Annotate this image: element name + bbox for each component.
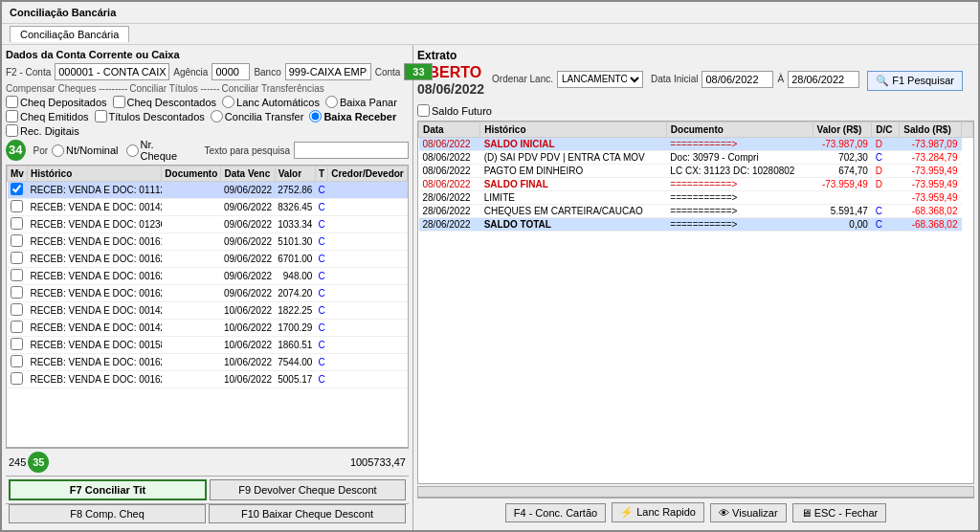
table-row[interactable]: RECEB: VENDA E DOC: 011128/5 09/06/2022 … xyxy=(8,182,408,199)
cell-mv[interactable] xyxy=(8,285,28,302)
table-row[interactable]: RECEB: VENDA E DOC: 001619/2 09/06/2022 … xyxy=(8,233,408,251)
ext-cell-dc: D xyxy=(872,178,900,191)
btn-visualizar[interactable]: 👁 Visualizar xyxy=(710,503,787,522)
table-row[interactable]: RECEB: VENDA E DOC: 001426/5 10/06/2022 … xyxy=(8,320,408,337)
input-banco[interactable] xyxy=(285,63,371,80)
ext-cell-valor: 702,30 xyxy=(813,151,872,165)
table-row[interactable]: RECEB: VENDA E DOC: 001624/1 09/06/2022 … xyxy=(8,285,408,302)
ext-cell-saldo: -73.987,09 xyxy=(900,138,962,151)
table-row[interactable]: RECEB: VENDA E DOC: 001620/1 09/06/2022 … xyxy=(8,251,408,268)
btn-lanc-rapido[interactable]: ⚡ Lanc Rapido xyxy=(612,502,704,522)
cell-data-venc: 09/06/2022 xyxy=(221,268,275,285)
checkbox-cheq-desc[interactable]: Cheq Descontados xyxy=(113,96,217,108)
cell-mv[interactable] xyxy=(8,182,28,199)
checkbox-cheq-dep[interactable]: Cheq Depositados xyxy=(6,96,107,108)
cell-mv[interactable] xyxy=(8,233,28,251)
list-item[interactable]: 28/06/2022 SALDO TOTAL ===========> 0,00… xyxy=(419,218,973,232)
cell-historico: RECEB: VENDA E DOC: 001423/4 xyxy=(27,302,161,320)
radio-nr-cheque[interactable]: Nr. Cheque xyxy=(126,139,189,162)
table-row[interactable]: RECEB: VENDA E DOC: 001420/4 09/06/2022 … xyxy=(8,199,408,216)
checkbox-titulos-desc[interactable]: Títulos Descontados xyxy=(95,110,205,122)
table-row[interactable]: RECEB: VENDA E DOC: 001621/2 09/06/2022 … xyxy=(8,268,408,285)
cell-data-venc: 10/06/2022 xyxy=(221,354,275,371)
cell-mv[interactable] xyxy=(8,337,28,354)
cell-historico: RECEB: VENDA E DOC: 001624/1 xyxy=(27,285,161,302)
btn-esc-fechar[interactable]: 🖥 ESC - Fechar xyxy=(792,503,887,522)
cell-historico: RECEB: VENDA E DOC: 001620/1 xyxy=(27,251,161,268)
ext-cell-saldo: -68.368,02 xyxy=(900,218,962,232)
cell-tipo: C xyxy=(315,371,327,388)
list-item[interactable]: 08/06/2022 SALDO FINAL ===========> -73.… xyxy=(419,178,973,191)
cell-mv[interactable] xyxy=(8,199,28,216)
cell-tipo: C xyxy=(315,285,327,302)
extrato-title: Extrato xyxy=(417,49,974,62)
cell-mv[interactable] xyxy=(8,251,28,268)
cell-mv[interactable] xyxy=(8,216,28,233)
list-item[interactable]: 28/06/2022 CHEQUES EM CARTEIRA/CAUCAO ==… xyxy=(419,205,973,218)
main-window: Conciliação Bancária Conciliação Bancári… xyxy=(0,0,980,532)
horizontal-scrollbar[interactable] xyxy=(417,486,974,498)
input-data-final[interactable] xyxy=(788,71,859,88)
cell-mv[interactable] xyxy=(8,320,28,337)
checkbox-row-3: Cheq Emitidos Títulos Descontados Concil… xyxy=(6,110,409,122)
list-item[interactable]: 08/06/2022 SALDO INICIAL ===========> -7… xyxy=(419,138,973,151)
cell-historico: RECEB: VENDA E DOC: 001619/2 xyxy=(27,233,161,251)
table-row[interactable]: RECEB: VENDA E DOC: 001423/4 10/06/2022 … xyxy=(8,302,408,320)
cell-credor xyxy=(328,337,408,354)
cell-documento xyxy=(162,320,221,337)
cell-valor: 5101.30 xyxy=(275,233,315,251)
input-conta2[interactable] xyxy=(404,63,433,80)
btn-f9[interactable]: F9 Devolver Cheque Descont xyxy=(210,479,406,500)
table-row[interactable]: RECEB: VENDA E DOC: 001626/2 10/06/2022 … xyxy=(8,354,408,371)
cell-credor xyxy=(328,354,408,371)
list-item[interactable]: 28/06/2022 LIMITE ===========> -73.959,4… xyxy=(419,191,973,205)
cell-data-venc: 09/06/2022 xyxy=(221,216,275,233)
table-row[interactable]: RECEB: VENDA E DOC: 012369/4 09/06/2022 … xyxy=(8,216,408,233)
ext-cell-documento: ===========> xyxy=(666,178,813,191)
left-footer-buttons: F7 Conciliar Tit F9 Devolver Cheque Desc… xyxy=(6,476,409,503)
right-footer: F4 - Conc. Cartão ⚡ Lanc Rapido 👁 Visual… xyxy=(417,498,974,526)
table-row[interactable]: RECEB: VENDA E DOC: 001583/4 10/06/2022 … xyxy=(8,337,408,354)
radio-lanc-auto[interactable]: Lanc Automáticos xyxy=(222,96,320,108)
cell-historico: RECEB: VENDA E DOC: 001627/1 xyxy=(27,371,161,388)
btn-f8[interactable]: F8 Comp. Cheq xyxy=(9,504,206,523)
btn-f4[interactable]: F4 - Conc. Cartão xyxy=(505,503,606,522)
cell-tipo: C xyxy=(315,251,327,268)
cell-mv[interactable] xyxy=(8,371,28,388)
input-conta[interactable] xyxy=(55,63,169,80)
tab-conciliacao[interactable]: Conciliação Bancária xyxy=(10,26,129,42)
radio-concilia-transfer[interactable]: Concilia Transfer xyxy=(211,110,304,122)
label-ate: À xyxy=(777,74,784,84)
radio-baixa-receber[interactable]: Baixa Receber xyxy=(309,110,396,122)
search-input[interactable] xyxy=(294,142,409,159)
ext-col-valor: Valor (R$) xyxy=(813,122,872,138)
input-agencia[interactable] xyxy=(212,63,250,80)
table-row[interactable]: RECEB: VENDA E DOC: 001627/1 10/06/2022 … xyxy=(8,371,408,388)
radio-nominal[interactable]: Nt/Nominal xyxy=(52,144,118,157)
footer-count: 245 xyxy=(9,456,26,468)
checkbox-rec-digitais[interactable]: Rec. Digitais xyxy=(6,124,79,137)
input-data-inicial[interactable] xyxy=(702,71,773,88)
cell-mv[interactable] xyxy=(8,354,28,371)
ext-col-scroll xyxy=(962,122,973,138)
label-compensar: Compensar Cheques --------- xyxy=(6,83,127,94)
ext-cell-data: 08/06/2022 xyxy=(419,151,480,165)
cell-mv[interactable] xyxy=(8,302,28,320)
ext-cell-valor: 674,70 xyxy=(813,165,872,178)
list-item[interactable]: 08/06/2022 PAGTO EM DINHEIRO LC CX: 3112… xyxy=(419,165,973,178)
ext-cell-dc: C xyxy=(872,218,900,232)
cell-tipo: C xyxy=(315,337,327,354)
ext-col-data: Data xyxy=(419,122,480,138)
btn-f10[interactable]: F10 Baixar Cheque Descont xyxy=(209,504,406,523)
cell-valor: 8326.45 xyxy=(275,199,315,216)
checkbox-cheq-emitidos[interactable]: Cheq Emitidos xyxy=(6,110,89,122)
select-ordenar[interactable]: LANCAMENTO xyxy=(557,71,643,88)
checkbox-saldo-futuro[interactable]: Saldo Futuro xyxy=(417,104,492,117)
radio-baixa-panar[interactable]: Baixa Panar xyxy=(325,96,397,108)
cell-documento xyxy=(162,251,221,268)
list-item[interactable]: 08/06/2022 (D) SAI PDV PDV | ENTRA CTA M… xyxy=(419,151,973,165)
cell-valor: 7544.00 xyxy=(275,354,315,371)
btn-pesquisar[interactable]: 🔍 F1 Pesquisar xyxy=(867,71,963,91)
cell-mv[interactable] xyxy=(8,268,28,285)
btn-f7[interactable]: F7 Conciliar Tit xyxy=(9,479,207,500)
